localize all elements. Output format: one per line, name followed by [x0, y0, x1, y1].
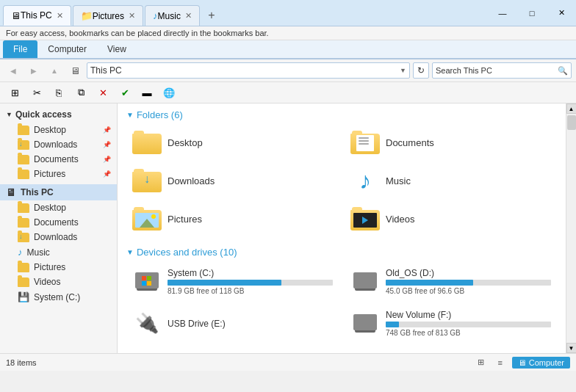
folder-item-music[interactable]: ♪ Music	[345, 164, 557, 197]
recent-button[interactable]: 🖥	[66, 62, 84, 79]
pc-music-icon: ♪	[18, 247, 23, 258]
view-list-button[interactable]: ≡	[493, 357, 508, 369]
sidebar-item-pictures-quick[interactable]: Pictures 📌	[0, 167, 117, 181]
search-icon[interactable]: 🔍	[558, 66, 568, 76]
tool-grid-button[interactable]: ⊞	[4, 84, 25, 101]
drive-item-c[interactable]: System (C:) 81.9 GB free of 118 GB	[126, 264, 339, 300]
pictures-folder-icon	[18, 170, 29, 179]
search-box[interactable]: Search This PC 🔍	[432, 62, 572, 79]
pictures-big-icon	[132, 207, 162, 231]
folder-item-desktop[interactable]: Desktop	[126, 126, 339, 159]
address-input[interactable]: This PC ▼	[87, 62, 410, 79]
tool-copy-button[interactable]: ⎘	[48, 84, 69, 101]
computer-badge: 🖥 Computer	[512, 357, 570, 369]
downloads-folder-icon: ↓	[18, 140, 29, 150]
sidebar-pictures-label: Pictures	[34, 169, 65, 179]
title-bar: 🖥 This PC ✕ 📁 Pictures ✕ ♪ Music ✕ + — □…	[0, 0, 576, 26]
tab-music[interactable]: ♪ Music ✕	[145, 5, 200, 26]
bookmark-bar-text: For easy access, bookmarks can be placed…	[6, 29, 269, 37]
maximize-button[interactable]: □	[517, 3, 547, 23]
folder-downloads-label: Downloads	[168, 175, 215, 186]
tab-label-this-pc: This PC	[21, 10, 52, 21]
scroll-down-button[interactable]: ▼	[566, 343, 577, 353]
tool-globe-button[interactable]: 🌐	[159, 84, 179, 101]
folders-section-header[interactable]: ▼ Folders (6)	[126, 109, 557, 120]
tool-minus-button[interactable]: ▬	[137, 84, 157, 101]
pc-systemc-icon: 💾	[18, 291, 29, 302]
drives-chevron: ▼	[126, 248, 134, 256]
drive-item-d[interactable]: Old_OS (D:) 45.0 GB free of 96.6 GB	[345, 264, 557, 300]
sidebar-documents-label: Documents	[34, 154, 79, 164]
up-button[interactable]: ▲	[46, 62, 63, 79]
sidebar-item-downloads-quick[interactable]: ↓ Downloads 📌	[0, 137, 117, 152]
sidebar-pc-pictures[interactable]: Pictures	[0, 260, 117, 275]
drives-section-header[interactable]: ▼ Devices and drives (10)	[126, 247, 557, 258]
drive-c-bar-container	[168, 280, 333, 286]
computer-label: Computer	[529, 358, 564, 367]
sidebar-pc-docs-label: Documents	[34, 217, 79, 228]
tool-check-button[interactable]: ✔	[115, 84, 135, 101]
sidebar-this-pc[interactable]: 🖥 This PC	[0, 184, 117, 200]
drive-f-name: New Volume (F:)	[386, 310, 551, 320]
drive-d-bar	[386, 280, 473, 286]
folder-item-pictures[interactable]: Pictures	[126, 203, 339, 235]
scroll-thumb[interactable]	[567, 115, 576, 130]
ribbon-tab-computer[interactable]: Computer	[37, 40, 97, 58]
sidebar-quick-access[interactable]: ▼ Quick access	[0, 106, 117, 123]
tab-pictures[interactable]: 📁 Pictures ✕	[73, 5, 143, 26]
tab-this-pc[interactable]: 🖥 This PC ✕	[3, 5, 71, 26]
minimize-button[interactable]: —	[488, 3, 517, 23]
videos-big-icon	[350, 207, 380, 231]
folder-item-documents[interactable]: Documents	[345, 126, 557, 159]
folders-chevron: ▼	[126, 111, 134, 119]
drive-item-e[interactable]: 🔌 USB Drive (E:)	[126, 305, 339, 341]
refresh-button[interactable]: ↻	[413, 62, 429, 79]
sidebar-item-documents-quick[interactable]: Documents 📌	[0, 152, 117, 167]
address-dropdown-icon[interactable]: ▼	[400, 67, 406, 74]
pc-icon: 🖥	[6, 186, 16, 198]
sidebar-pc-desktop-label: Desktop	[34, 203, 66, 213]
tab-close-music[interactable]: ✕	[185, 11, 192, 21]
sidebar-pc-systemc[interactable]: 💾 System (C:)	[0, 289, 117, 305]
folder-item-downloads[interactable]: Downloads	[126, 164, 339, 197]
search-text: Search This PC	[436, 66, 558, 75]
view-details-button[interactable]: ⊞	[474, 357, 489, 369]
sidebar: ▼ Quick access Desktop 📌 ↓ Downloads 📌 D…	[0, 104, 118, 353]
close-button[interactable]: ✕	[547, 3, 576, 23]
window-controls: — □ ✕	[488, 3, 576, 23]
tab-close-pictures[interactable]: ✕	[129, 11, 135, 21]
address-bar: ◀ ▶ ▲ 🖥 This PC ▼ ↻ Search This PC 🔍	[0, 59, 576, 82]
forward-button[interactable]: ▶	[25, 62, 43, 79]
ribbon-tab-file[interactable]: File	[3, 40, 37, 58]
tool-window-button[interactable]: ⧉	[71, 84, 91, 101]
scroll-up-button[interactable]: ▲	[566, 104, 577, 114]
address-path: This PC	[90, 65, 397, 76]
sidebar-pc-desktop[interactable]: Desktop	[0, 200, 117, 215]
back-button[interactable]: ◀	[4, 62, 22, 79]
ribbon-tabs: File Computer View	[0, 40, 576, 59]
drive-d-free: 45.0 GB free of 96.6 GB	[386, 287, 551, 295]
folders-grid: Desktop Documents Downloads	[126, 126, 557, 235]
ribbon-tab-view[interactable]: View	[97, 40, 137, 58]
tab-close-this-pc[interactable]: ✕	[57, 11, 63, 21]
toolbar: ⊞ ✂ ⎘ ⧉ ✕ ✔ ▬ 🌐	[0, 82, 576, 104]
tool-delete-button[interactable]: ✕	[93, 84, 113, 101]
sidebar-pc-videos[interactable]: Videos	[0, 275, 117, 289]
pc-downloads-icon: ↓	[18, 233, 29, 242]
pc-videos-icon	[18, 277, 29, 287]
sidebar-pc-downloads[interactable]: ↓ Downloads	[0, 230, 117, 244]
drive-c-free: 81.9 GB free of 118 GB	[168, 287, 333, 295]
folder-documents-label: Documents	[386, 137, 434, 148]
sidebar-item-desktop-quick[interactable]: Desktop 📌	[0, 123, 117, 137]
folders-section-label: Folders (6)	[137, 109, 183, 120]
content-area: ▼ Folders (6) Desktop Documen	[118, 104, 566, 353]
tool-cut-button[interactable]: ✂	[26, 84, 47, 101]
drive-f-icon	[350, 312, 380, 335]
new-tab-button[interactable]: +	[201, 5, 222, 26]
sidebar-pc-music[interactable]: ♪ Music	[0, 244, 117, 260]
folder-item-videos[interactable]: Videos	[345, 203, 557, 235]
drive-item-f[interactable]: New Volume (F:) 748 GB free of 813 GB	[345, 305, 557, 341]
pin-icon-documents: 📌	[103, 156, 111, 163]
vertical-scrollbar[interactable]: ▲ ▼	[566, 104, 576, 353]
sidebar-pc-documents[interactable]: Documents	[0, 215, 117, 230]
